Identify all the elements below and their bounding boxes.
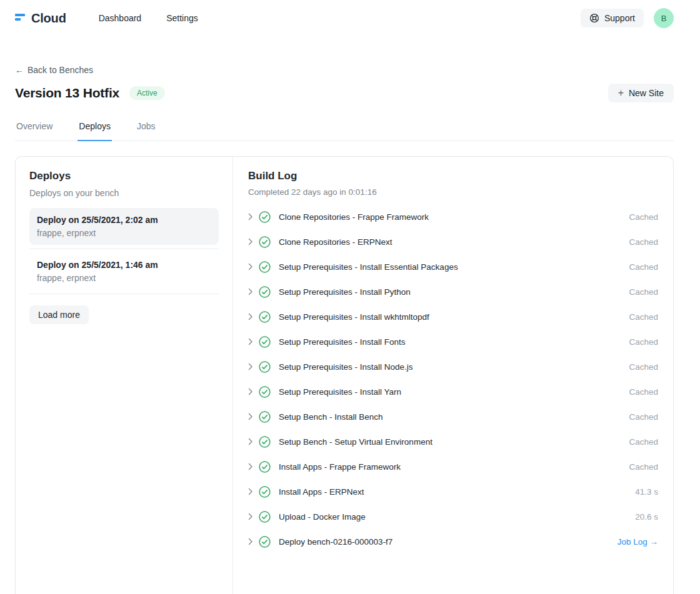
step-status: 41.3 s bbox=[635, 487, 658, 497]
deploy-list-item[interactable]: Deploy on 25/5/2021, 2:02 am frappe, erp… bbox=[29, 208, 219, 245]
step-name: Setup Prerequisites - Install Python bbox=[279, 287, 629, 297]
chevron-right-icon[interactable] bbox=[248, 363, 253, 370]
step-status: Cached bbox=[629, 412, 658, 422]
back-to-benches-link[interactable]: ← Back to Benches bbox=[15, 65, 93, 75]
check-circle-icon bbox=[259, 411, 271, 423]
tab-jobs[interactable]: Jobs bbox=[136, 116, 157, 141]
build-step-row[interactable]: Setup Bench - Setup Virtual Environment … bbox=[248, 429, 658, 454]
chevron-right-icon[interactable] bbox=[248, 463, 253, 470]
build-step-row[interactable]: Setup Prerequisites - Install Fonts Cach… bbox=[248, 329, 658, 354]
chevron-right-icon[interactable] bbox=[248, 538, 253, 545]
deploys-panel: Deploys Deploys on your bench Deploy on … bbox=[16, 157, 233, 594]
page-container: ← Back to Benches Version 13 Hotfix Acti… bbox=[15, 36, 674, 594]
support-button[interactable]: Support bbox=[581, 9, 644, 27]
new-site-button[interactable]: + New Site bbox=[608, 84, 674, 102]
step-status: Cached bbox=[629, 437, 658, 447]
plus-icon: + bbox=[618, 88, 624, 98]
build-step-row[interactable]: Setup Bench - Install Bench Cached bbox=[248, 404, 658, 429]
status-badge: Active bbox=[129, 86, 165, 100]
brand-name: Cloud bbox=[31, 11, 66, 26]
nav-item-settings[interactable]: Settings bbox=[166, 13, 198, 23]
chevron-right-icon[interactable] bbox=[248, 488, 253, 495]
load-more-button[interactable]: Load more bbox=[29, 305, 89, 324]
deploy-item-apps: frappe, erpnext bbox=[37, 228, 211, 238]
check-circle-icon bbox=[259, 511, 271, 523]
back-link-label: Back to Benches bbox=[28, 65, 93, 75]
build-step-row[interactable]: Setup Prerequisites - Install Essential … bbox=[248, 254, 658, 279]
build-step-row[interactable]: Clone Repositories - Frappe Framework Ca… bbox=[248, 204, 658, 229]
step-name: Setup Prerequisites - Install wkhtmltopd… bbox=[279, 312, 629, 322]
check-circle-icon bbox=[259, 461, 271, 473]
chevron-right-icon[interactable] bbox=[248, 513, 253, 520]
chevron-right-icon[interactable] bbox=[248, 263, 253, 270]
check-circle-icon bbox=[259, 386, 271, 398]
nav-item-dashboard[interactable]: Dashboard bbox=[99, 13, 142, 23]
check-circle-icon bbox=[259, 436, 271, 448]
step-status: Cached bbox=[629, 462, 658, 472]
step-name: Setup Prerequisites - Install Node.js bbox=[279, 362, 629, 372]
chevron-right-icon[interactable] bbox=[248, 438, 253, 445]
frappe-logo-icon bbox=[15, 14, 26, 23]
chevron-right-icon[interactable] bbox=[248, 213, 253, 220]
check-circle-icon bbox=[259, 536, 271, 548]
step-name: Clone Repositories - ERPNext bbox=[279, 237, 629, 247]
deploy-item-title: Deploy on 25/5/2021, 1:46 am bbox=[37, 260, 211, 270]
build-step-row[interactable]: Setup Prerequisites - Install wkhtmltopd… bbox=[248, 304, 658, 329]
title-row: Version 13 Hotfix Active + New Site bbox=[15, 84, 674, 102]
chevron-right-icon[interactable] bbox=[248, 338, 253, 345]
deploy-item-apps: frappe, erpnext bbox=[37, 273, 211, 283]
page-title: Version 13 Hotfix bbox=[15, 86, 119, 101]
back-arrow-icon: ← bbox=[15, 65, 24, 75]
step-status: Cached bbox=[629, 287, 658, 297]
check-circle-icon bbox=[259, 236, 271, 248]
tab-deploys[interactable]: Deploys bbox=[78, 116, 112, 141]
chevron-right-icon[interactable] bbox=[248, 288, 253, 295]
step-status: 20.6 s bbox=[635, 512, 658, 522]
deploy-item-title: Deploy on 25/5/2021, 2:02 am bbox=[37, 215, 211, 225]
build-log-status-line: Completed 22 days ago in 0:01:16 bbox=[248, 187, 658, 197]
step-name: Deploy bench-0216-000003-f7 bbox=[279, 537, 618, 547]
step-name: Setup Prerequisites - Install Fonts bbox=[279, 337, 629, 347]
build-step-row[interactable]: Setup Prerequisites - Install Node.js Ca… bbox=[248, 354, 658, 379]
step-status: Cached bbox=[629, 362, 658, 372]
build-step-row[interactable]: Setup Prerequisites - Install Yarn Cache… bbox=[248, 379, 658, 404]
tab-overview[interactable]: Overview bbox=[15, 116, 54, 141]
check-circle-icon bbox=[259, 211, 271, 223]
build-step-row[interactable]: Clone Repositories - ERPNext Cached bbox=[248, 229, 658, 254]
deploy-list: Deploy on 25/5/2021, 2:02 am frappe, erp… bbox=[29, 208, 219, 294]
build-log-title: Build Log bbox=[248, 170, 658, 182]
top-navbar: Cloud Dashboard Settings Support B bbox=[0, 0, 700, 36]
support-label: Support bbox=[604, 13, 635, 23]
chevron-right-icon[interactable] bbox=[248, 413, 253, 420]
step-name: Upload - Docker Image bbox=[279, 512, 635, 522]
check-circle-icon bbox=[259, 286, 271, 298]
build-step-row[interactable]: Upload - Docker Image 20.6 s bbox=[248, 504, 658, 529]
lifebuoy-icon bbox=[589, 13, 599, 23]
step-status: Cached bbox=[629, 237, 658, 247]
build-log-steps: Clone Repositories - Frappe Framework Ca… bbox=[248, 204, 658, 554]
check-circle-icon bbox=[259, 361, 271, 373]
step-status: Cached bbox=[629, 262, 658, 272]
chevron-right-icon[interactable] bbox=[248, 238, 253, 245]
user-avatar[interactable]: B bbox=[654, 8, 674, 28]
build-step-row[interactable]: Install Apps - Frappe Framework Cached bbox=[248, 454, 658, 479]
main-nav: Dashboard Settings bbox=[99, 13, 198, 23]
build-log-panel: Build Log Completed 22 days ago in 0:01:… bbox=[233, 157, 673, 594]
check-circle-icon bbox=[259, 486, 271, 498]
job-log-link[interactable]: Job Log → bbox=[618, 537, 658, 547]
build-step-row[interactable]: Deploy bench-0216-000003-f7 Job Log → bbox=[248, 529, 658, 554]
step-name: Setup Bench - Setup Virtual Environment bbox=[279, 437, 629, 447]
deploy-list-item[interactable]: Deploy on 25/5/2021, 1:46 am frappe, erp… bbox=[29, 253, 219, 290]
build-step-row[interactable]: Setup Prerequisites - Install Python Cac… bbox=[248, 279, 658, 304]
new-site-label: New Site bbox=[629, 88, 664, 98]
check-circle-icon bbox=[259, 261, 271, 273]
build-step-row[interactable]: Install Apps - ERPNext 41.3 s bbox=[248, 479, 658, 504]
step-status: Cached bbox=[629, 337, 658, 347]
chevron-right-icon[interactable] bbox=[248, 313, 253, 320]
step-name: Install Apps - Frappe Framework bbox=[279, 462, 629, 472]
frappe-cloud-logo[interactable]: Cloud bbox=[15, 11, 66, 26]
step-status: Cached bbox=[629, 212, 658, 222]
check-circle-icon bbox=[259, 336, 271, 348]
step-name: Setup Prerequisites - Install Yarn bbox=[279, 387, 629, 397]
chevron-right-icon[interactable] bbox=[248, 388, 253, 395]
